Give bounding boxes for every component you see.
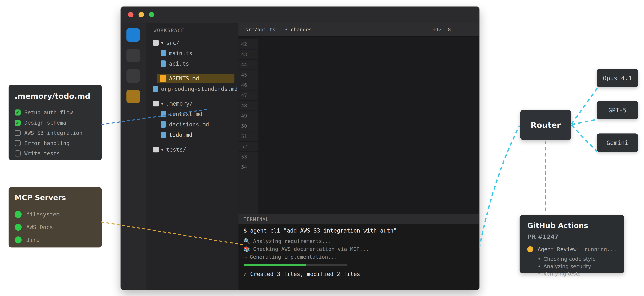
minimize-button[interactable] [138,12,144,17]
mcp-server-item: filesystem [14,208,96,221]
folder-name: .memory/ [166,100,193,107]
file-icon [161,132,166,138]
folder-icon [153,40,159,46]
diff-stats: +12 -8 [433,27,451,33]
sidebar: WORKSPACE ▼src/main.tsapi.tsAGENTS.mdorg… [146,23,238,290]
mcp-server-item: Jira [14,233,96,246]
checkbox-checked-icon[interactable]: ✔ [14,110,21,116]
model-node-gemini: Gemini [597,133,638,152]
close-button[interactable] [128,12,134,17]
diff-line-51: 51 [238,131,479,141]
check-step-label: Checking code style [544,255,596,262]
check-step-label: Verifying tests [544,270,580,277]
line-number: 43 [238,50,258,59]
tree-item-memory[interactable]: ▼.memory/ [146,98,238,109]
file-icon [161,111,166,117]
activity-bar [121,23,146,290]
diff-view: 42434445464748495051525354 [238,37,479,214]
ide-window: WORKSPACE ▼src/main.tsapi.tsAGENTS.mdorg… [121,7,479,290]
file-icon [161,61,166,67]
todo-item: ✔Design schema [14,118,96,128]
checkbox-unchecked-icon[interactable] [14,150,21,156]
check-name: Agent Review [538,246,576,252]
folder-icon [153,101,159,106]
tab-src-api[interactable]: src/api.ts - 3 changes [245,27,312,33]
diff-gutter-filler [238,172,479,214]
diff-line-49: 49 [238,111,479,121]
file-name: decisions.md [169,121,209,128]
terminal-panel-tab[interactable]: TERMINAL [238,214,479,224]
terminal-result-line: ✓ Created 3 files, modified 2 files [244,271,479,277]
diff-line-42: 42 [238,39,479,49]
divider [14,205,96,205]
tree-item-main-ts[interactable]: main.ts [146,48,238,59]
tree-item-agents-md[interactable]: AGENTS.md [146,73,238,84]
mcp-callout: MCP Servers filesystemAWS DocsJira [8,187,102,247]
git-icon[interactable] [126,69,140,83]
line-number: 51 [238,131,258,141]
terminal[interactable]: $ agent-cli "add AWS S3 integration with… [238,224,479,290]
tree-item-context-md[interactable]: context.md [146,109,238,119]
chevron-down-icon: ▼ [161,147,163,152]
checkbox-unchecked-icon[interactable] [14,130,21,136]
file-name: context.md [169,111,202,117]
check-step-label: Analyzing security [544,262,591,270]
checkbox-checked-icon[interactable]: ✔ [14,120,21,126]
model-label: GPT-5 [608,107,626,114]
file-icon [153,86,158,92]
todo-item: ✔Setup auth flow [14,107,96,118]
window-titlebar [121,7,479,23]
connector-router-to-opus [572,88,598,124]
check-step: •Analyzing security [538,262,617,270]
line-number: 52 [238,142,258,151]
check-row: Agent Review running... [527,246,617,252]
check-step: •Checking code style [538,255,617,262]
file-name: AGENTS.md [169,75,199,82]
line-number: 50 [238,121,258,131]
zoom-button[interactable] [149,12,154,17]
mcp-server-name: filesystem [26,211,60,218]
router-node: Router [520,110,571,140]
tree-item-tests[interactable]: ▼tests/ [146,144,238,155]
todo-item-label: Error handling [24,140,70,146]
status-dot-online [14,211,22,218]
diff-line-53: 53 [238,152,479,162]
check-step: •Verifying tests [538,270,617,277]
diff-line-46: 46 [238,80,479,90]
search-icon[interactable] [126,49,140,62]
status-dot-running [527,246,533,252]
todo-list: ✔Setup auth flow✔Design schemaAWS S3 int… [14,107,96,158]
check-steps: •Checking code style•Analyzing security•… [527,255,617,277]
mcp-server-name: Jira [26,237,40,243]
files-icon[interactable] [126,28,140,42]
diff-line-50: 50 [238,121,479,131]
model-node-opus-4-1: Opus 4.1 [597,69,638,87]
line-number: 42 [238,39,258,49]
file-name: todo.md [169,132,192,138]
folder-name: tests/ [166,146,186,153]
line-number: 49 [238,111,258,121]
tree-item-decisions-md[interactable]: decisions.md [146,119,238,130]
todo-item-label: Design schema [24,120,66,126]
tree-item-todo-md[interactable]: todo.md [146,130,238,140]
file-name: api.ts [169,61,189,67]
router-label: Router [531,120,561,130]
terminal-status-lines: 🔍 Analyzing requirements...📚 Checking AW… [244,237,479,261]
mcp-server-item: AWS Docs [14,221,96,233]
mcp-server-list: filesystemAWS DocsJira [14,208,96,246]
github-actions-callout: GitHub Actions PR #1247 Agent Review run… [520,215,624,273]
line-number: 53 [238,152,258,162]
tree-item-api-ts[interactable]: api.ts [146,59,238,69]
todo-item: AWS S3 integration [14,128,96,138]
window-body: WORKSPACE ▼src/main.tsapi.tsAGENTS.mdorg… [121,23,479,290]
agent-icon[interactable] [126,90,140,103]
diff-line-54: 54 [238,162,479,172]
todo-callout-title: .memory/todo.md [14,92,96,101]
github-actions-title: GitHub Actions [527,221,617,230]
tree-item-src[interactable]: ▼src/ [146,38,238,48]
checkbox-unchecked-icon[interactable] [14,140,21,146]
tree-item-org-coding-standards-md[interactable]: org-coding-standards.md [146,84,238,94]
bullet-icon: • [538,270,544,277]
terminal-command: $ agent-cli "add AWS S3 integration with… [244,227,479,234]
connector-router-to-gemini [572,125,597,152]
